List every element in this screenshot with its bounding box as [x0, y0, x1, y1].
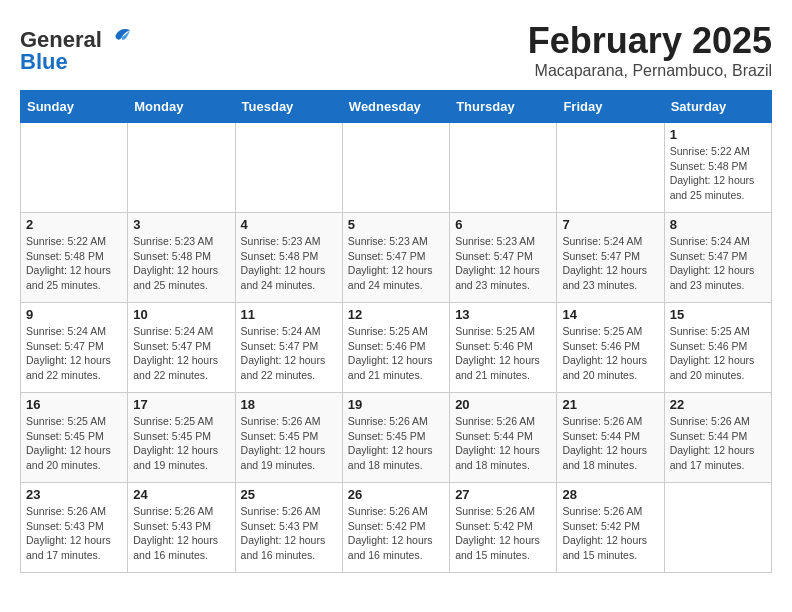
day-number: 12 — [348, 307, 444, 322]
calendar-week-row: 23Sunrise: 5:26 AM Sunset: 5:43 PM Dayli… — [21, 483, 772, 573]
calendar-cell: 10Sunrise: 5:24 AM Sunset: 5:47 PM Dayli… — [128, 303, 235, 393]
calendar-cell: 25Sunrise: 5:26 AM Sunset: 5:43 PM Dayli… — [235, 483, 342, 573]
calendar-cell: 24Sunrise: 5:26 AM Sunset: 5:43 PM Dayli… — [128, 483, 235, 573]
day-number: 17 — [133, 397, 229, 412]
calendar-cell: 16Sunrise: 5:25 AM Sunset: 5:45 PM Dayli… — [21, 393, 128, 483]
calendar-cell: 11Sunrise: 5:24 AM Sunset: 5:47 PM Dayli… — [235, 303, 342, 393]
day-info: Sunrise: 5:23 AM Sunset: 5:47 PM Dayligh… — [348, 234, 444, 293]
day-number: 27 — [455, 487, 551, 502]
calendar-cell: 12Sunrise: 5:25 AM Sunset: 5:46 PM Dayli… — [342, 303, 449, 393]
day-number: 9 — [26, 307, 122, 322]
day-number: 22 — [670, 397, 766, 412]
day-info: Sunrise: 5:26 AM Sunset: 5:42 PM Dayligh… — [562, 504, 658, 563]
day-number: 3 — [133, 217, 229, 232]
day-number: 7 — [562, 217, 658, 232]
calendar-header-sunday: Sunday — [21, 91, 128, 123]
calendar-cell — [128, 123, 235, 213]
calendar-cell: 22Sunrise: 5:26 AM Sunset: 5:44 PM Dayli… — [664, 393, 771, 483]
calendar-header-saturday: Saturday — [664, 91, 771, 123]
calendar-cell: 13Sunrise: 5:25 AM Sunset: 5:46 PM Dayli… — [450, 303, 557, 393]
day-number: 16 — [26, 397, 122, 412]
day-number: 15 — [670, 307, 766, 322]
calendar-cell: 28Sunrise: 5:26 AM Sunset: 5:42 PM Dayli… — [557, 483, 664, 573]
calendar-cell — [557, 123, 664, 213]
calendar-cell — [342, 123, 449, 213]
calendar-cell — [450, 123, 557, 213]
calendar-cell: 15Sunrise: 5:25 AM Sunset: 5:46 PM Dayli… — [664, 303, 771, 393]
calendar-table: SundayMondayTuesdayWednesdayThursdayFrid… — [20, 90, 772, 573]
logo-blue: Blue — [20, 49, 68, 75]
calendar-week-row: 2Sunrise: 5:22 AM Sunset: 5:48 PM Daylig… — [21, 213, 772, 303]
calendar-header-friday: Friday — [557, 91, 664, 123]
calendar-cell: 18Sunrise: 5:26 AM Sunset: 5:45 PM Dayli… — [235, 393, 342, 483]
day-info: Sunrise: 5:23 AM Sunset: 5:47 PM Dayligh… — [455, 234, 551, 293]
day-number: 21 — [562, 397, 658, 412]
day-info: Sunrise: 5:22 AM Sunset: 5:48 PM Dayligh… — [670, 144, 766, 203]
day-info: Sunrise: 5:26 AM Sunset: 5:45 PM Dayligh… — [241, 414, 337, 473]
day-number: 14 — [562, 307, 658, 322]
calendar-week-row: 9Sunrise: 5:24 AM Sunset: 5:47 PM Daylig… — [21, 303, 772, 393]
logo-bird-icon — [102, 25, 132, 55]
calendar-cell: 26Sunrise: 5:26 AM Sunset: 5:42 PM Dayli… — [342, 483, 449, 573]
day-info: Sunrise: 5:26 AM Sunset: 5:43 PM Dayligh… — [26, 504, 122, 563]
day-info: Sunrise: 5:26 AM Sunset: 5:43 PM Dayligh… — [241, 504, 337, 563]
day-number: 8 — [670, 217, 766, 232]
day-info: Sunrise: 5:25 AM Sunset: 5:46 PM Dayligh… — [455, 324, 551, 383]
calendar-header-wednesday: Wednesday — [342, 91, 449, 123]
calendar-cell: 21Sunrise: 5:26 AM Sunset: 5:44 PM Dayli… — [557, 393, 664, 483]
day-number: 23 — [26, 487, 122, 502]
day-info: Sunrise: 5:26 AM Sunset: 5:44 PM Dayligh… — [670, 414, 766, 473]
day-info: Sunrise: 5:25 AM Sunset: 5:45 PM Dayligh… — [133, 414, 229, 473]
logo: General Blue — [20, 25, 132, 75]
day-number: 24 — [133, 487, 229, 502]
calendar-cell: 19Sunrise: 5:26 AM Sunset: 5:45 PM Dayli… — [342, 393, 449, 483]
day-info: Sunrise: 5:23 AM Sunset: 5:48 PM Dayligh… — [133, 234, 229, 293]
calendar-cell: 7Sunrise: 5:24 AM Sunset: 5:47 PM Daylig… — [557, 213, 664, 303]
calendar-header-tuesday: Tuesday — [235, 91, 342, 123]
day-info: Sunrise: 5:24 AM Sunset: 5:47 PM Dayligh… — [241, 324, 337, 383]
day-info: Sunrise: 5:24 AM Sunset: 5:47 PM Dayligh… — [562, 234, 658, 293]
calendar-cell: 17Sunrise: 5:25 AM Sunset: 5:45 PM Dayli… — [128, 393, 235, 483]
day-number: 19 — [348, 397, 444, 412]
calendar-cell — [235, 123, 342, 213]
day-info: Sunrise: 5:23 AM Sunset: 5:48 PM Dayligh… — [241, 234, 337, 293]
day-info: Sunrise: 5:26 AM Sunset: 5:44 PM Dayligh… — [562, 414, 658, 473]
day-number: 4 — [241, 217, 337, 232]
day-number: 26 — [348, 487, 444, 502]
day-info: Sunrise: 5:25 AM Sunset: 5:46 PM Dayligh… — [348, 324, 444, 383]
calendar-cell — [664, 483, 771, 573]
day-info: Sunrise: 5:24 AM Sunset: 5:47 PM Dayligh… — [133, 324, 229, 383]
calendar-cell: 14Sunrise: 5:25 AM Sunset: 5:46 PM Dayli… — [557, 303, 664, 393]
calendar-cell: 27Sunrise: 5:26 AM Sunset: 5:42 PM Dayli… — [450, 483, 557, 573]
day-info: Sunrise: 5:25 AM Sunset: 5:45 PM Dayligh… — [26, 414, 122, 473]
day-number: 18 — [241, 397, 337, 412]
day-number: 5 — [348, 217, 444, 232]
day-info: Sunrise: 5:26 AM Sunset: 5:42 PM Dayligh… — [455, 504, 551, 563]
day-number: 10 — [133, 307, 229, 322]
calendar-cell: 4Sunrise: 5:23 AM Sunset: 5:48 PM Daylig… — [235, 213, 342, 303]
page-title: February 2025 — [20, 20, 772, 62]
day-info: Sunrise: 5:26 AM Sunset: 5:42 PM Dayligh… — [348, 504, 444, 563]
calendar-cell: 3Sunrise: 5:23 AM Sunset: 5:48 PM Daylig… — [128, 213, 235, 303]
day-info: Sunrise: 5:22 AM Sunset: 5:48 PM Dayligh… — [26, 234, 122, 293]
calendar-cell: 1Sunrise: 5:22 AM Sunset: 5:48 PM Daylig… — [664, 123, 771, 213]
calendar-cell: 20Sunrise: 5:26 AM Sunset: 5:44 PM Dayli… — [450, 393, 557, 483]
day-number: 20 — [455, 397, 551, 412]
calendar-week-row: 16Sunrise: 5:25 AM Sunset: 5:45 PM Dayli… — [21, 393, 772, 483]
day-number: 11 — [241, 307, 337, 322]
page-header: February 2025 Macaparana, Pernambuco, Br… — [20, 20, 772, 80]
day-number: 13 — [455, 307, 551, 322]
page-subtitle: Macaparana, Pernambuco, Brazil — [20, 62, 772, 80]
calendar-cell: 2Sunrise: 5:22 AM Sunset: 5:48 PM Daylig… — [21, 213, 128, 303]
calendar-week-row: 1Sunrise: 5:22 AM Sunset: 5:48 PM Daylig… — [21, 123, 772, 213]
calendar-cell: 8Sunrise: 5:24 AM Sunset: 5:47 PM Daylig… — [664, 213, 771, 303]
day-info: Sunrise: 5:26 AM Sunset: 5:45 PM Dayligh… — [348, 414, 444, 473]
day-info: Sunrise: 5:26 AM Sunset: 5:44 PM Dayligh… — [455, 414, 551, 473]
calendar-cell: 23Sunrise: 5:26 AM Sunset: 5:43 PM Dayli… — [21, 483, 128, 573]
day-info: Sunrise: 5:24 AM Sunset: 5:47 PM Dayligh… — [670, 234, 766, 293]
day-number: 1 — [670, 127, 766, 142]
day-number: 2 — [26, 217, 122, 232]
day-info: Sunrise: 5:26 AM Sunset: 5:43 PM Dayligh… — [133, 504, 229, 563]
calendar-header-row: SundayMondayTuesdayWednesdayThursdayFrid… — [21, 91, 772, 123]
calendar-header-monday: Monday — [128, 91, 235, 123]
